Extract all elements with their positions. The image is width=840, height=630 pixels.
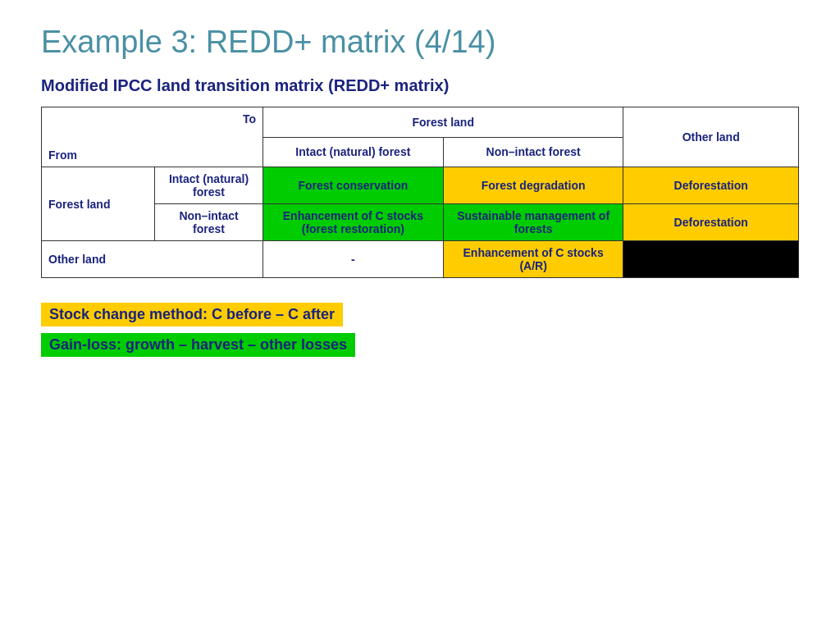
redd-matrix-table: To From Forest land Other land Intact (n… <box>41 107 799 278</box>
to-from-cell: To From <box>42 107 263 167</box>
notes-section: Stock change method: C before – C after … <box>41 290 799 357</box>
deforestation-cell-2: Deforestation <box>623 204 799 241</box>
forest-conservation-cell: Forest conservation <box>262 167 443 204</box>
intact-header: Intact (natural) forest <box>262 137 443 167</box>
from-label: From <box>48 148 256 162</box>
to-label: To <box>48 112 256 126</box>
forest-degradation-cell: Forest degradation <box>443 167 623 204</box>
note-gain-loss: Gain-loss: growth – harvest – other loss… <box>41 333 355 357</box>
forest-land-header: Forest land <box>262 107 623 138</box>
other-land-row-label: Other land <box>42 241 263 278</box>
page-title: Example 3: REDD+ matrix (4/14) <box>41 25 799 60</box>
nonintact-header: Non–intact forest <box>443 137 623 167</box>
enhancement-c-stocks-cell: Enhancement of C stocks (forest restorat… <box>262 204 443 241</box>
intact-forest-sub-label: Intact (natural) forest <box>155 167 263 204</box>
dash-cell: - <box>262 241 443 278</box>
nonintact-forest-sub-label: Non–intact forest <box>155 204 263 241</box>
other-land-header: Other land <box>623 107 799 167</box>
forest-land-row-label: Forest land <box>42 167 155 241</box>
deforestation-cell-1: Deforestation <box>623 167 799 204</box>
black-cell <box>623 241 799 278</box>
note-stock-change: Stock change method: C before – C after <box>41 303 343 326</box>
sustainable-mgmt-cell: Sustainable management of forests <box>443 204 623 241</box>
ar-cell: Enhancement of C stocks (A/R) <box>443 241 623 278</box>
subtitle: Modified IPCC land transition matrix (RE… <box>41 76 799 95</box>
